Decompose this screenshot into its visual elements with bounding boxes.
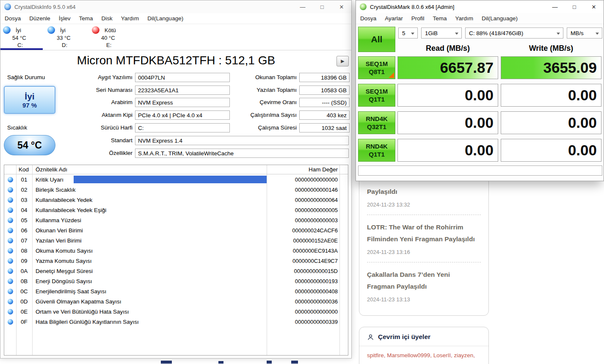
host-reads-field: 18396 GB: [299, 73, 350, 82]
run-all-tests-button[interactable]: All: [358, 27, 395, 52]
smart-row[interactable]: 0C Enerjilendirilmiş Saat Sayısı 0000000…: [4, 286, 348, 296]
menu-duzenle[interactable]: Düzenle: [25, 15, 55, 22]
temperature-badge: 54 °C: [4, 135, 55, 155]
smart-row[interactable]: 07 Yazılan Veri Birimi 0000000152AE0E: [4, 235, 348, 245]
crystaldiskinfo-window: CrystalDiskInfo 9.5.0 x64 — □ ✕ Dosya Dü…: [0, 0, 352, 358]
smart-row[interactable]: 09 Yazma Komutu Sayısı 0000000C14E9C7: [4, 256, 348, 266]
attribute-status-icon: [8, 197, 13, 203]
smart-row[interactable]: 0F Hata Bilgileri Günlüğü Kayıtlarının S…: [4, 317, 348, 327]
drive-temp-label: 54 °C: [12, 35, 26, 41]
menu-yardim[interactable]: Yardım: [117, 15, 143, 22]
rnd4k-q1t1-read-result: 0.00: [397, 139, 498, 162]
comment-field[interactable]: [358, 165, 602, 176]
transfer-mode-field: PCIe 4.0 x4 | PCIe 4.0 x4: [135, 110, 230, 120]
menu-islev[interactable]: İşlev: [55, 15, 75, 22]
page-fragment: [161, 361, 172, 364]
seq1m-q1t1-read-result: 0.00: [397, 84, 498, 107]
news-headline[interactable]: Paylaşıldı: [367, 186, 481, 198]
crystaldiskmark-app-icon: [360, 3, 367, 10]
smart-row[interactable]: 01 Kritik Uyarı 00000000000000: [4, 174, 348, 185]
smart-row[interactable]: 0E Ortam ve Veri Bütünlüğü Hata Sayısı 0…: [4, 306, 348, 317]
menu-tema[interactable]: Tema: [75, 15, 97, 22]
cdm-window-title: CrystalDiskMark 8.0.6 x64 [Admin]: [370, 4, 454, 10]
news-headline[interactable]: LOTR: The War of the Rohirrim Filminden …: [367, 221, 481, 245]
news-date: 2024-11-23 13:13: [367, 296, 481, 303]
menu-dil[interactable]: Dil(Language): [143, 15, 188, 22]
cdm-menubar: Dosya Ayarlar Profil Tema Yardım Dil(Lan…: [356, 13, 604, 24]
close-button[interactable]: ✕: [584, 0, 604, 13]
attribute-status-icon: [8, 299, 13, 304]
drive-tab-c[interactable]: İyi 54 °C C:: [0, 24, 45, 50]
seq1m-q8t1-button[interactable]: SEQ1MQ8T1: [358, 56, 395, 79]
field-label: Çevirme Oranı: [225, 99, 297, 105]
attribute-status-icon: [8, 207, 13, 213]
menu-yardim[interactable]: Yardım: [451, 15, 478, 22]
seq1m-q8t1-read-result: 6657.87: [397, 56, 498, 79]
menu-profil[interactable]: Profil: [407, 15, 429, 22]
rnd4k-q32t1-write-result: 0.00: [501, 111, 601, 134]
menu-ayarlar[interactable]: Ayarlar: [381, 15, 407, 22]
maximize-button[interactable]: □: [312, 0, 332, 13]
smart-row[interactable]: 0A Denetçi Meşgul Süresi 0000000000015D: [4, 266, 348, 276]
field-label: Özellikler: [61, 150, 132, 156]
drive-status-good-icon: [3, 26, 11, 34]
minimize-button[interactable]: —: [545, 0, 565, 13]
drive-tab-d[interactable]: İyi 33 °C D:: [45, 24, 89, 50]
menu-dosya[interactable]: Dosya: [356, 15, 381, 22]
cdi-titlebar: CrystalDiskInfo 9.5.0 x64 — □ ✕: [0, 0, 351, 13]
seq1m-q1t1-write-result: 0.00: [501, 84, 601, 107]
raw-column-header: Ham Değer: [267, 166, 339, 173]
test-count-select[interactable]: 5: [398, 28, 418, 39]
dropdown-arrow-icon: [557, 33, 560, 35]
field-label: Sürücü Harfi: [61, 124, 132, 131]
page-fragment: [218, 361, 223, 364]
smart-row[interactable]: 08 Okuma Komutu Sayısı 0000000EC9143A: [4, 245, 348, 256]
drive-letter-label: D:: [62, 42, 67, 48]
field-label: Aygıt Yazılımı: [61, 74, 132, 80]
target-drive-select[interactable]: C: 88% (418/476GiB): [465, 28, 563, 39]
menu-tema[interactable]: Tema: [429, 15, 451, 22]
attribute-status-icon: [8, 279, 13, 284]
smart-row[interactable]: 05 Kullanma Yüzdesi 00000000000003: [4, 215, 348, 225]
seq1m-q1t1-button[interactable]: SEQ1MQ1T1: [358, 84, 395, 107]
attribute-status-icon: [8, 268, 13, 274]
field-label: Yazılan Toplamı: [225, 87, 297, 93]
smart-row[interactable]: 02 Birleşik Sıcaklık 00000000000146: [4, 185, 348, 195]
field-label: Arabirim: [61, 99, 132, 105]
field-label: Seri Numarası: [61, 87, 132, 93]
field-label: Aktarım Kipi: [61, 112, 132, 118]
drive-tab-e[interactable]: Kötü 40 °C E:: [89, 24, 134, 50]
next-disk-button[interactable]: ▶: [336, 56, 349, 66]
smart-row[interactable]: 04 Kullanılabilecek Yedek Eşiği 00000000…: [4, 205, 348, 215]
maximize-button[interactable]: □: [565, 0, 584, 13]
drive-temp-label: 33 °C: [57, 35, 71, 41]
rotation-rate-field: ---- (SSD): [299, 98, 350, 107]
serial-field: 22323A5EA1A1: [135, 85, 230, 95]
minimize-button[interactable]: —: [293, 0, 312, 13]
online-members-list[interactable]: spitfire, Marsmellow0999, LoserII, ziayz…: [359, 346, 488, 364]
firmware-field: 0004P7LN: [135, 73, 230, 82]
cdi-menubar: Dosya Düzenle İşlev Tema Disk Yardım Dil…: [0, 13, 351, 24]
cdi-window-title: CrystalDiskInfo 9.5.0 x64: [14, 4, 76, 10]
test-size-select[interactable]: 1GiB: [421, 28, 462, 39]
drive-selector-bar: İyi 54 °C C: İyi 33 °C D: Kötü 40 °C E:: [0, 24, 351, 50]
smart-row[interactable]: 06 Okunan Veri Birimi 000000024CACF6: [4, 225, 348, 235]
unit-select[interactable]: MB/s: [567, 28, 602, 39]
rnd4k-q32t1-read-result: 0.00: [397, 111, 498, 134]
rnd4k-q32t1-button[interactable]: RND4KQ32T1: [358, 111, 395, 134]
rnd4k-q1t1-button[interactable]: RND4KQ1T1: [358, 139, 395, 162]
smart-row[interactable]: 0B Enerji Döngüsü Sayısı 00000000000193: [4, 276, 348, 286]
menu-disk[interactable]: Disk: [97, 15, 117, 22]
close-button[interactable]: ✕: [332, 0, 351, 13]
smart-table-header: Kod Öznitelik Adı Ham Değer: [4, 165, 348, 174]
menu-dosya[interactable]: Dosya: [0, 15, 25, 22]
name-column-header: Öznitelik Adı: [32, 166, 267, 173]
dropdown-arrow-icon: [411, 33, 414, 35]
dropdown-arrow-icon: [596, 33, 599, 35]
news-headline[interactable]: Çakallarla Dans 7’den Yeni Fragman Payla…: [367, 269, 481, 292]
attribute-status-icon: [8, 187, 13, 193]
news-date: 2024-11-23 13:32: [367, 201, 481, 208]
smart-row[interactable]: 0D Güvenli Olmayan Kapatma Sayısı 000000…: [4, 296, 348, 306]
menu-dil[interactable]: Dil(Language): [477, 15, 522, 22]
smart-row[interactable]: 03 Kullanılabilecek Yedek 00000000000064: [4, 195, 348, 205]
